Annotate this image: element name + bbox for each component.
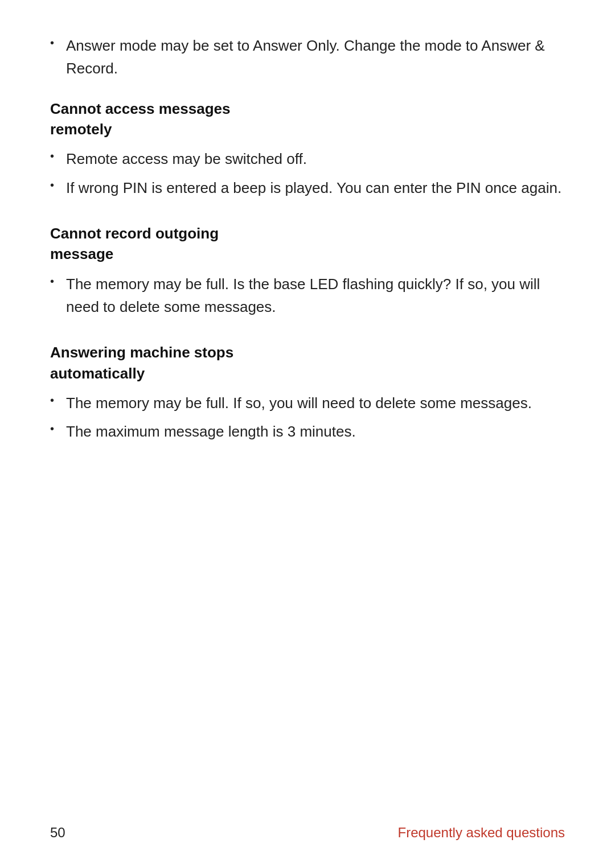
list-item: • The maximum message length is 3 minute… (50, 420, 565, 443)
bullet-text: Remote access may be switched off. (66, 147, 307, 170)
bullet-text: The memory may be full. Is the base LED … (66, 273, 565, 319)
section-heading-answering-machine: Answering machine stops automatically (50, 342, 565, 384)
section-cannot-access-messages: Cannot access messages remotely • Remote… (50, 98, 565, 199)
bullet-dot: • (50, 273, 66, 290)
bullet-text: The memory may be full. If so, you will … (66, 392, 532, 414)
intro-bullet-item: • Answer mode may be set to Answer Only.… (50, 34, 565, 80)
section-heading-cannot-access: Cannot access messages remotely (50, 98, 565, 140)
list-item: • If wrong PIN is entered a beep is play… (50, 176, 565, 199)
section-cannot-record-outgoing: Cannot record outgoing message • The mem… (50, 223, 565, 318)
bullet-dot: • (50, 420, 66, 437)
footer-title: Frequently asked questions (397, 825, 565, 841)
bullet-dot: • (50, 147, 66, 164)
list-item: • Remote access may be switched off. (50, 147, 565, 170)
list-item: • The memory may be full. If so, you wil… (50, 392, 565, 414)
bullet-text: The maximum message length is 3 minutes. (66, 420, 356, 443)
page-number: 50 (50, 825, 65, 841)
section-heading-cannot-record: Cannot record outgoing message (50, 223, 565, 265)
bullet-dot: • (50, 176, 66, 194)
section-answering-machine-stops: Answering machine stops automatically • … (50, 342, 565, 443)
intro-bullet-text: Answer mode may be set to Answer Only. C… (66, 34, 565, 80)
intro-section: • Answer mode may be set to Answer Only.… (50, 34, 565, 80)
bullet-text: If wrong PIN is entered a beep is played… (66, 176, 561, 199)
list-item: • The memory may be full. Is the base LE… (50, 273, 565, 319)
page-footer: 50 Frequently asked questions (0, 825, 615, 841)
bullet-dot: • (50, 34, 66, 51)
bullet-dot: • (50, 392, 66, 409)
page-content: • Answer mode may be set to Answer Only.… (0, 0, 615, 501)
